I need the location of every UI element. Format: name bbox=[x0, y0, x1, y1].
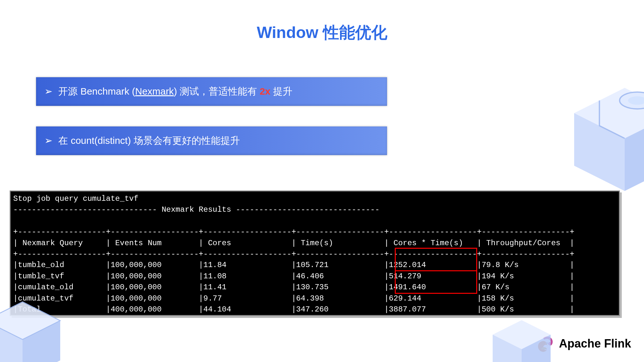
decor-cube-icon bbox=[570, 84, 644, 187]
bullet-arrow-icon: ➢ bbox=[44, 86, 52, 97]
bullet1-text-a: 开源 Benchmark ( bbox=[58, 86, 135, 97]
decor-cube-icon bbox=[489, 317, 554, 362]
bullet1-2x: 2x bbox=[260, 86, 270, 97]
bullet1-text-b: ) 测试，普适性能有 bbox=[174, 86, 260, 97]
decor-cube-icon bbox=[0, 298, 64, 362]
bullet-count-distinct: ➢ 在 count(distinct) 场景会有更好的性能提升 bbox=[36, 126, 387, 155]
bullet2-text: 在 count(distinct) 场景会有更好的性能提升 bbox=[58, 135, 240, 146]
terminal-output: Stop job query cumulate_tvf ------------… bbox=[10, 190, 620, 316]
footer-text: Apache Flink bbox=[559, 337, 631, 350]
bullet-arrow-icon: ➢ bbox=[44, 135, 52, 146]
slide-title: Window 性能优化 bbox=[0, 22, 644, 43]
bullet-benchmark: ➢ 开源 Benchmark (Nexmark) 测试，普适性能有 2x 提升 bbox=[36, 77, 387, 106]
bullet1-nexmark-link[interactable]: Nexmark bbox=[135, 86, 174, 97]
bullet1-text-c: 提升 bbox=[270, 86, 292, 97]
